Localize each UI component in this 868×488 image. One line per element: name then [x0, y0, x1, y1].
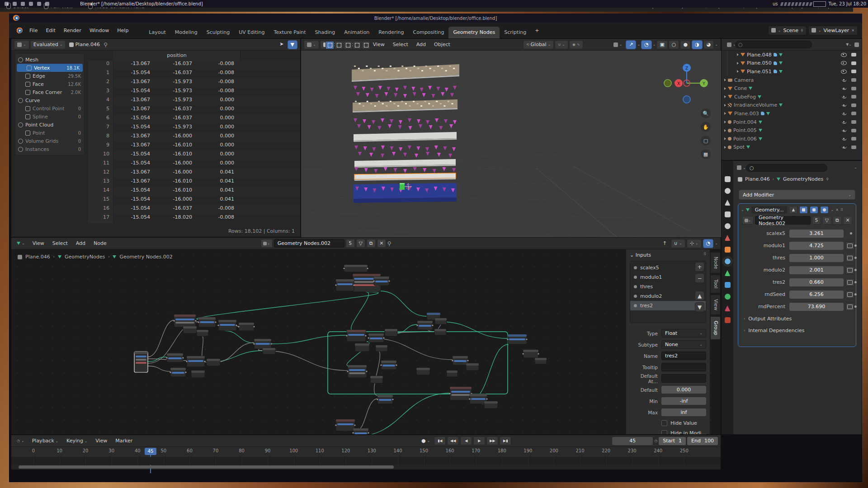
- shading-material-button[interactable]: ◑: [692, 40, 703, 49]
- render-visibility-icon[interactable]: [851, 137, 856, 141]
- close-icon[interactable]: ✕: [851, 28, 854, 33]
- xray-toggle[interactable]: ▣: [656, 40, 667, 49]
- properties-tab-2[interactable]: [725, 200, 731, 206]
- pin-icon[interactable]: ⚲: [104, 42, 108, 48]
- table-row[interactable]: 15-15.054-16.0000.041: [88, 196, 300, 205]
- value-slider[interactable]: 3.261: [789, 230, 844, 238]
- render-visibility-icon[interactable]: [851, 70, 856, 73]
- modifier-name[interactable]: Geometry...: [751, 206, 788, 214]
- eye-closed-icon[interactable]: [842, 103, 847, 107]
- data-source-curve[interactable]: Curve: [15, 96, 84, 104]
- table-row[interactable]: 10-15.054-16.0100.000: [88, 151, 300, 160]
- properties-search-input[interactable]: ○: [746, 164, 827, 172]
- node-link[interactable]: [264, 351, 349, 371]
- expand-icon[interactable]: ⌄: [741, 208, 744, 212]
- pin-icon[interactable]: ⚲: [387, 240, 392, 247]
- shading-wireframe-button[interactable]: ○: [669, 40, 679, 49]
- go-to-parent-icon[interactable]: ↑: [660, 239, 670, 248]
- menu-window[interactable]: Window: [85, 26, 113, 35]
- os-app-icon[interactable]: [29, 2, 33, 6]
- editor-type-button[interactable]: ⌄: [304, 40, 319, 49]
- select-mode-0[interactable]: [326, 41, 334, 49]
- add-workspace-button[interactable]: +: [531, 26, 543, 35]
- next-keyframe-button[interactable]: ▶▶: [486, 436, 498, 445]
- node-link[interactable]: [148, 320, 175, 357]
- unlink-icon[interactable]: ✕: [843, 216, 852, 225]
- render-visibility-icon[interactable]: [851, 145, 856, 149]
- timeline-scrollbar[interactable]: [19, 465, 394, 469]
- workspace-tab-shading[interactable]: Shading: [311, 27, 340, 38]
- eye-open-icon[interactable]: [841, 70, 847, 74]
- table-row[interactable]: 3-15.054-15.973-0.008: [88, 88, 300, 97]
- cursor-filter-icon[interactable]: ➤: [277, 40, 286, 48]
- render-visibility-icon[interactable]: [851, 129, 856, 132]
- field[interactable]: inf: [661, 408, 706, 416]
- outliner-search-input[interactable]: ○: [735, 41, 812, 48]
- properties-tab-12[interactable]: [725, 317, 731, 323]
- render-visibility-icon[interactable]: [851, 103, 856, 107]
- node-link[interactable]: [440, 322, 508, 338]
- eye-closed-icon[interactable]: [842, 121, 847, 124]
- node-group-browse[interactable]: ⌄: [742, 216, 754, 225]
- overlays-toggle[interactable]: ◔: [703, 239, 714, 248]
- checkbox-hide-value[interactable]: Hide Value: [630, 418, 706, 428]
- node-menu-add[interactable]: Add: [72, 239, 90, 248]
- timeline-menu-playback[interactable]: Playback ⌄: [28, 436, 62, 446]
- select-mode-3[interactable]: [353, 41, 361, 49]
- outliner-item-camera[interactable]: Camera: [722, 76, 860, 84]
- workspace-tab-scripting[interactable]: Scripting: [500, 27, 531, 38]
- table-row[interactable]: 8-13.067-16.0000.000: [88, 133, 300, 142]
- eye-closed-icon[interactable]: [842, 137, 847, 141]
- menu-render[interactable]: Render: [60, 26, 85, 35]
- workspace-tab-animation[interactable]: Animation: [340, 27, 374, 38]
- outliner-item-cubefog[interactable]: CubeFog: [722, 93, 860, 101]
- snapping-magnet-button[interactable]: ∪⌄: [671, 239, 685, 248]
- prev-keyframe-button[interactable]: ◀◀: [447, 436, 459, 445]
- outliner-item-plane-051[interactable]: Plane.051: [722, 67, 860, 76]
- properties-tab-11[interactable]: [725, 305, 731, 311]
- workspace-tab-sculpting[interactable]: Sculpting: [202, 27, 234, 38]
- viewport-menu-object[interactable]: Object: [430, 40, 454, 49]
- node-link[interactable]: [471, 344, 509, 399]
- animate-property-dot[interactable]: [850, 232, 852, 235]
- auto-keying-button[interactable]: ●⌄: [419, 437, 433, 445]
- viewport-scene[interactable]: ZXY: [301, 51, 722, 238]
- gizmo-toggle[interactable]: ↗: [626, 40, 636, 49]
- sidebar-tab-tool[interactable]: Tool: [710, 275, 721, 293]
- render-visibility-icon[interactable]: [851, 61, 856, 65]
- realtime-toggle[interactable]: [810, 206, 818, 214]
- outliner-item-cone[interactable]: Cone: [722, 84, 860, 93]
- workspace-tab-texture-paint[interactable]: Texture Paint: [269, 27, 311, 38]
- frame-end-field[interactable]: End100: [687, 437, 718, 445]
- zoom-button[interactable]: 🔍: [701, 108, 711, 118]
- select-mode-2[interactable]: [344, 41, 352, 49]
- breadcrumb-item[interactable]: Geometry Nodes.002: [119, 254, 172, 260]
- workspace-tab-layout[interactable]: Layout: [144, 27, 170, 38]
- input-item-tres2[interactable]: tres2: [630, 301, 706, 310]
- snap-button[interactable]: ∪⌄: [555, 40, 568, 49]
- input-attribute-toggle[interactable]: [845, 254, 854, 262]
- eye-closed-icon[interactable]: [842, 112, 847, 115]
- animate-property-dot[interactable]: [854, 293, 857, 296]
- node-menu-view[interactable]: View: [28, 239, 48, 248]
- node-link[interactable]: [374, 349, 380, 396]
- node-link[interactable]: [380, 291, 427, 316]
- render-visibility-icon[interactable]: [851, 78, 856, 82]
- value-slider[interactable]: 2.001: [789, 266, 844, 274]
- eye-closed-icon[interactable]: [842, 87, 847, 90]
- eye-closed-icon[interactable]: [842, 145, 847, 149]
- table-row[interactable]: 0-13.067-16.037-0.008: [88, 61, 300, 70]
- table-row[interactable]: 1-15.054-16.037-0.008: [88, 70, 300, 79]
- os-app-icons[interactable]: [5, 2, 49, 6]
- pin-icon[interactable]: ⚲: [801, 28, 803, 33]
- new-collection-icon[interactable]: [854, 42, 859, 47]
- filter-icon[interactable]: ▼⌄: [846, 42, 852, 47]
- outliner-item-irradiancevolume[interactable]: IrradianceVolume: [722, 101, 860, 110]
- outliner-item-point-005[interactable]: Point.005: [722, 126, 860, 135]
- unlink-icon[interactable]: ✕: [377, 239, 386, 248]
- node-tree-name[interactable]: Geometry Nodes.002: [274, 239, 344, 248]
- value-slider[interactable]: 1.000: [789, 254, 844, 262]
- data-source-vertex[interactable]: Vertex18.1K: [17, 64, 83, 72]
- os-app-icon[interactable]: [21, 2, 25, 6]
- node-link[interactable]: [197, 292, 378, 320]
